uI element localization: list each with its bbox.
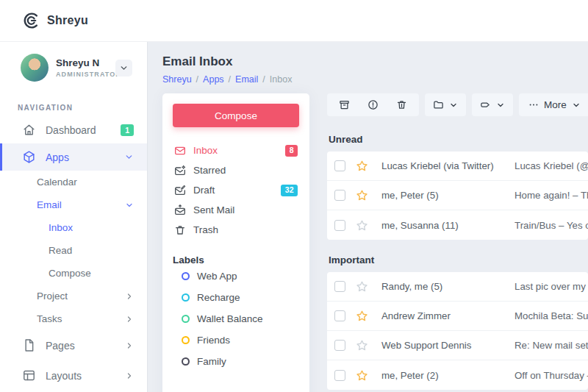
chevron-right-icon — [125, 292, 134, 301]
email-snippet: Last pic over my vill — [514, 281, 588, 292]
star-icon[interactable] — [356, 280, 368, 293]
label-friends[interactable]: Friends — [173, 329, 299, 351]
email-snippet: Off on Thursday – — [514, 370, 588, 381]
folder-trash[interactable]: Trash — [173, 220, 299, 240]
sidebar-item-calendar[interactable]: Calendar — [0, 171, 147, 193]
breadcrumb-link[interactable]: Apps — [203, 74, 224, 85]
email-row[interactable]: me, Peter (2) Off on Thursday – — [327, 360, 588, 390]
breadcrumb-link[interactable]: Email — [235, 74, 258, 85]
folder-label: Trash — [193, 224, 218, 235]
nav-section-label: NAVIGATION — [18, 104, 147, 112]
email-checkbox[interactable] — [334, 281, 345, 292]
star-icon[interactable] — [356, 189, 368, 202]
label-wallet-balance[interactable]: Wallet Balance — [173, 308, 299, 329]
label-name: Family — [197, 356, 226, 367]
envelope-icon — [174, 145, 186, 157]
email-checkbox[interactable] — [334, 190, 345, 201]
breadcrumb-separator: / — [196, 74, 198, 85]
breadcrumb-link[interactable]: Shreyu — [162, 74, 192, 85]
envelope-star-icon — [174, 165, 186, 177]
sidebar-item-apps[interactable]: Apps — [0, 143, 147, 171]
email-sender: me, Peter (2) — [381, 370, 514, 381]
folder-dropdown-button[interactable] — [425, 93, 466, 116]
breadcrumb-separator: / — [262, 74, 265, 85]
folder-sent-mail[interactable]: Sent Mail — [173, 200, 299, 220]
more-button[interactable]: More — [519, 93, 588, 116]
email-checkbox[interactable] — [334, 370, 345, 381]
box-icon — [22, 150, 36, 164]
sidebar-item-pages[interactable]: Pages — [0, 330, 147, 360]
star-icon[interactable] — [356, 310, 368, 322]
email-row[interactable]: Lucas Kriebel (via Twitter) Lucas Kriebe… — [327, 152, 588, 181]
email-row[interactable]: Randy, me (5) Last pic over my vill — [327, 272, 588, 302]
chevron-down-icon — [449, 101, 458, 110]
toolbar-button-group — [327, 93, 419, 116]
breadcrumb-separator: / — [229, 74, 231, 85]
sidebar-item-label: Pages — [46, 340, 75, 352]
label-color-dot — [182, 293, 190, 302]
chevron-right-icon — [125, 341, 134, 350]
alert-circle-icon — [368, 99, 379, 110]
email-checkbox[interactable] — [334, 160, 345, 171]
more-label: More — [544, 99, 567, 110]
user-meta: Shreyu N ADMINISTRATOR — [56, 57, 115, 78]
sidebar-item-read[interactable]: Read — [0, 239, 147, 262]
compose-button[interactable]: Compose — [173, 104, 299, 127]
sidebar-item-dashboard[interactable]: Dashboard 1 — [0, 116, 147, 143]
folder-starred[interactable]: Starred — [173, 160, 299, 180]
archive-icon — [339, 99, 350, 110]
label-dropdown-button[interactable] — [472, 93, 513, 116]
chevron-right-icon — [125, 315, 134, 324]
email-checkbox[interactable] — [334, 220, 345, 231]
email-row[interactable]: me, Susanna (11) Train/Bus – Yes ok, — [327, 210, 588, 240]
star-icon[interactable] — [356, 160, 368, 172]
mail-folders-card: Compose Inbox 8 Starred — [162, 93, 309, 392]
spam-button[interactable] — [359, 93, 387, 116]
folder-inbox[interactable]: Inbox 8 — [173, 140, 299, 160]
label-recharge[interactable]: Recharge — [173, 287, 299, 308]
sidebar-item-layouts[interactable]: Layouts — [0, 360, 147, 391]
sidebar-item-compose[interactable]: Compose — [0, 262, 147, 285]
email-checkbox[interactable] — [334, 340, 345, 351]
folder-list: Inbox 8 Starred Draft 32 — [173, 140, 299, 240]
folder-draft[interactable]: Draft 32 — [173, 180, 299, 200]
email-checkbox[interactable] — [334, 310, 345, 321]
star-icon[interactable] — [356, 339, 368, 352]
email-section-important: Randy, me (5) Last pic over my vill Andr… — [327, 272, 588, 390]
user-role: ADMINISTRATOR — [56, 71, 115, 78]
sidebar-item-label: Project — [37, 291, 68, 302]
sidebar-item-email[interactable]: Email — [0, 193, 147, 216]
topbar: Shreyu — [0, 0, 588, 42]
sidebar-item-tasks[interactable]: Tasks — [0, 307, 147, 330]
label-family[interactable]: Family — [173, 351, 299, 372]
label-color-dot — [182, 336, 190, 344]
user-menu-button[interactable] — [115, 60, 132, 76]
delete-button[interactable] — [387, 93, 416, 116]
chevron-down-icon — [572, 101, 581, 110]
chevron-down-icon — [119, 63, 129, 73]
file-icon — [22, 338, 36, 352]
page-head: Email Inbox Shreyu / Apps / Email / Inbo… — [147, 42, 588, 93]
label-web-app[interactable]: Web App — [173, 266, 299, 287]
label-name: Wallet Balance — [197, 313, 263, 324]
envelope-edit-icon — [174, 185, 186, 196]
email-row[interactable]: me, Peter (5) Home again! – Tha — [327, 181, 588, 210]
sidebar-item-label: Layouts — [46, 370, 82, 382]
section-title: Unread — [329, 134, 588, 145]
archive-button[interactable] — [330, 93, 359, 116]
email-sender: Web Support Dennis — [381, 340, 514, 351]
sidebar-item-project[interactable]: Project — [0, 285, 147, 307]
email-row[interactable]: Web Support Dennis Re: New mail settin — [327, 331, 588, 360]
label-icon — [480, 99, 491, 110]
sidebar-item-inbox[interactable]: Inbox — [0, 216, 147, 239]
dashboard-badge: 1 — [121, 124, 134, 136]
sidebar-item-label: Compose — [49, 268, 91, 279]
label-list: Web App Recharge Wallet Balance Friends — [173, 266, 299, 372]
star-icon[interactable] — [356, 369, 368, 382]
email-row[interactable]: Andrew Zimmer Mochila Beta: Subsc — [327, 302, 588, 331]
star-icon[interactable] — [356, 219, 368, 232]
sidebar-item-label: Read — [49, 245, 72, 256]
brand[interactable]: Shreyu — [22, 12, 88, 29]
avatar[interactable] — [21, 54, 49, 82]
brand-name: Shreyu — [47, 14, 88, 27]
